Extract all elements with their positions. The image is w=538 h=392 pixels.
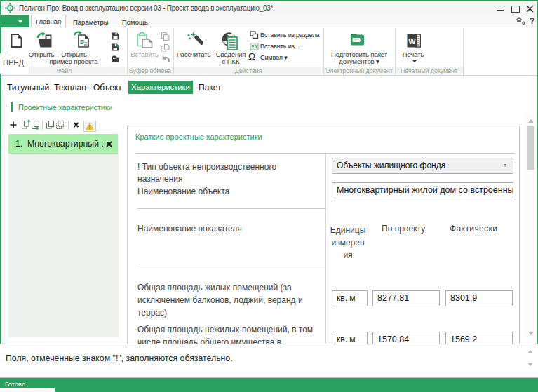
svg-text:W: W (408, 37, 416, 46)
